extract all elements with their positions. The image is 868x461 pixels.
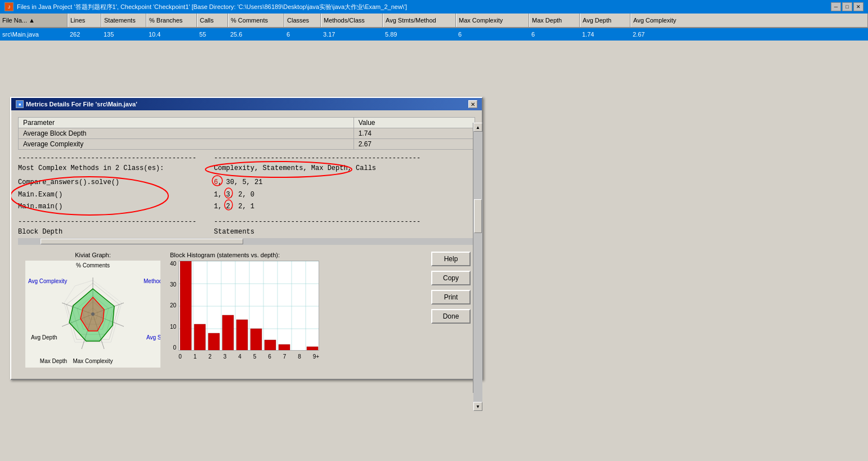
- cell-lines: 262: [68, 30, 101, 39]
- svg-text:Max Depth: Max Depth: [40, 358, 67, 364]
- histogram-svg: [178, 261, 319, 351]
- separator-right-3: ----------------------------------------…: [214, 218, 420, 226]
- dialog-titlebar: ■ Metrics Details For File 'src\Main.jav…: [11, 98, 482, 110]
- svg-rect-51: [307, 347, 318, 351]
- cell-maxcomplexity: 6: [456, 30, 529, 39]
- value-cell: 2.67: [354, 139, 475, 150]
- col-comments[interactable]: % Comments: [228, 14, 284, 27]
- x-label-2: 2: [208, 353, 212, 360]
- copy-button[interactable]: Copy: [431, 271, 471, 285]
- done-button[interactable]: Done: [431, 309, 471, 324]
- vertical-scrollbar[interactable]: ▲ ▼: [473, 123, 482, 393]
- cell-filename: src\Main.java: [0, 30, 68, 39]
- cell-methods: 3.17: [321, 30, 383, 39]
- y-label-10: 10: [170, 324, 176, 330]
- maximize-button[interactable]: □: [842, 2, 852, 11]
- col-avgdepth[interactable]: Avg Depth: [580, 14, 630, 27]
- svg-rect-46: [222, 315, 234, 351]
- dialog-icon: ■: [16, 100, 24, 108]
- scrollbar-track[interactable]: [473, 132, 482, 402]
- data-row[interactable]: src\Main.java 262 135 10.4 55 25.6 6 3.1…: [0, 28, 868, 41]
- scrollbar-thumb-v[interactable]: [474, 199, 482, 233]
- y-label-20: 20: [170, 302, 176, 308]
- separator-section: ----------------------------------------…: [18, 154, 475, 236]
- app-icon: J: [5, 2, 14, 11]
- col-maxdepth[interactable]: Max Depth: [529, 14, 580, 27]
- kiviat-graph: % Comments Methods/Class Avg Stmts/Metho…: [25, 261, 160, 368]
- col-classes[interactable]: Classes: [284, 14, 321, 27]
- bottom-section: Kiviat Graph: % Comments Methods/Class: [18, 247, 475, 372]
- window-controls: ─ □ ✕: [831, 2, 863, 11]
- histogram-container: Block Histogram (statements vs. depth): …: [170, 252, 319, 360]
- y-label-30: 30: [170, 281, 176, 288]
- svg-rect-47: [236, 320, 248, 351]
- col-calls[interactable]: Calls: [197, 14, 228, 27]
- cell-avgcomplexity: 2.67: [630, 30, 868, 39]
- cell-classes: 6: [284, 30, 321, 39]
- minimize-button[interactable]: ─: [831, 2, 841, 11]
- svg-rect-44: [194, 324, 205, 351]
- separator-left-3: ----------------------------------------…: [18, 218, 209, 226]
- separator-left-1: ----------------------------------------…: [18, 154, 209, 162]
- table-row: Average Complexity 2.67: [19, 139, 475, 150]
- y-label-0: 0: [173, 344, 177, 351]
- cell-branches: 10.4: [146, 30, 197, 39]
- svg-text:Max Complexity: Max Complexity: [73, 358, 113, 364]
- svg-rect-43: [180, 261, 191, 351]
- scrollbar-down-button[interactable]: ▼: [473, 402, 482, 411]
- method-values-2: 1, 2 , 2, 1: [214, 201, 262, 213]
- cell-comments: 25.6: [228, 30, 284, 39]
- col-methods[interactable]: Methods/Class: [321, 14, 383, 27]
- col-statements[interactable]: Statements: [101, 14, 146, 27]
- print-button[interactable]: Print: [431, 290, 471, 305]
- method-values-0: 6, 30, 5, 21: [214, 177, 262, 189]
- svg-text:Avg Depth: Avg Depth: [31, 334, 57, 341]
- buttons-panel: Help Copy Print Done: [431, 252, 471, 324]
- close-button[interactable]: ✕: [853, 2, 863, 11]
- x-label-6: 6: [268, 353, 271, 360]
- col-avgcomplexity[interactable]: Avg Complexity: [630, 14, 868, 27]
- horizontal-scrollbar[interactable]: [18, 238, 475, 245]
- param-cell: Average Complexity: [19, 139, 354, 150]
- method-name-1: Main.Exam(): [18, 189, 209, 202]
- statements-col-label: Statements: [214, 228, 254, 236]
- metrics-table: Parameter Value Average Block Depth 1.74…: [18, 117, 475, 150]
- title-bar: J Files in Java Project '答题判题程序1', Check…: [0, 0, 868, 14]
- value-header: Value: [354, 118, 475, 128]
- value-cell: 1.74: [354, 128, 475, 139]
- col-maxcomplexity[interactable]: Max Complexity: [456, 14, 529, 27]
- scrollbar-thumb[interactable]: [41, 239, 243, 244]
- param-cell: Average Block Depth: [19, 128, 354, 139]
- cell-maxdepth: 6: [529, 30, 580, 39]
- main-area: ■ Metrics Details For File 'src\Main.jav…: [0, 41, 868, 447]
- x-label-7: 7: [283, 353, 287, 360]
- col-lines[interactable]: Lines: [68, 14, 101, 27]
- x-label-0: 0: [178, 353, 182, 360]
- cell-calls: 55: [197, 30, 228, 39]
- svg-rect-48: [250, 329, 262, 351]
- help-button[interactable]: Help: [431, 252, 471, 266]
- x-label-4: 4: [238, 353, 241, 360]
- separator-right-1: ----------------------------------------…: [214, 154, 420, 162]
- y-label-40: 40: [170, 261, 176, 267]
- svg-rect-45: [208, 333, 220, 351]
- dialog-close-button[interactable]: ✕: [468, 100, 477, 108]
- svg-point-28: [91, 312, 95, 316]
- col-branches[interactable]: % Branches: [146, 14, 197, 27]
- x-label-5: 5: [253, 353, 257, 360]
- param-header: Parameter: [19, 118, 354, 128]
- method-values-1: 1, 3 , 2, 0: [214, 189, 262, 202]
- kiviat-container: Kiviat Graph: % Comments Methods/Class: [23, 252, 163, 368]
- scrollbar-up-button[interactable]: ▲: [473, 123, 482, 132]
- svg-text:Avg Complexity: Avg Complexity: [28, 278, 67, 284]
- method-name-2: Main.main(): [18, 201, 209, 213]
- app-window: J Files in Java Project '答题判题程序1', Check…: [0, 0, 868, 447]
- block-depth-label: Block Depth: [18, 228, 209, 236]
- col-filename[interactable]: File Na... ▲: [0, 14, 68, 27]
- x-label-1: 1: [194, 353, 197, 360]
- col-avgstmts[interactable]: Avg Stmts/Method: [383, 14, 456, 27]
- svg-text:Methods/Class: Methods/Class: [144, 278, 160, 284]
- histogram-label: Block Histogram (statements vs. depth):: [170, 252, 319, 258]
- column-headers: File Na... ▲ Lines Statements % Branches…: [0, 14, 868, 28]
- kiviat-label: Kiviat Graph:: [75, 252, 111, 258]
